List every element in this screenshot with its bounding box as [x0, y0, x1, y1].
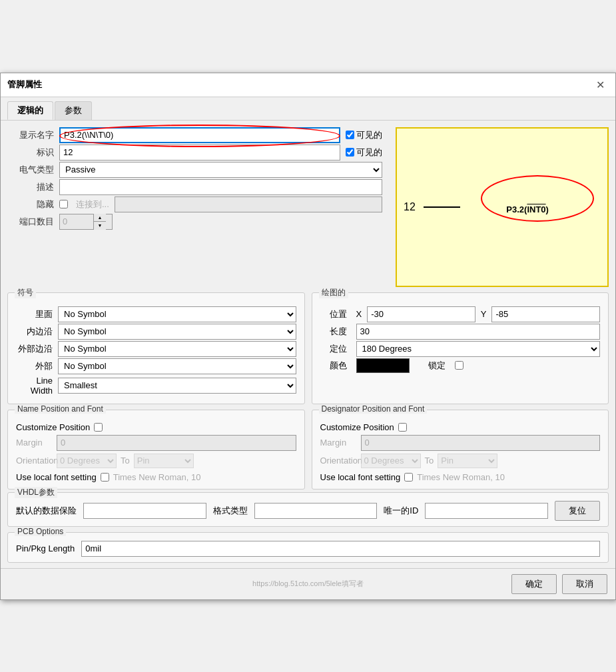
electrical-type-label: 电气类型	[7, 164, 54, 176]
vhdl-uid-label: 唯一的ID	[384, 505, 418, 517]
des-to-label: To	[425, 456, 434, 466]
inside-border-row: 内边沿 No SymbolDot	[16, 324, 296, 340]
x-input[interactable]	[367, 306, 475, 322]
color-swatch[interactable]	[356, 358, 410, 373]
vhdl-default-input[interactable]	[83, 503, 206, 519]
footer: https://blog.51cto.com/5lele填写者 确定 取消	[1, 568, 615, 599]
name-font-value: Times New Roman, 10	[113, 472, 201, 482]
outside-border-select[interactable]: No SymbolDot	[58, 341, 296, 357]
outside-border-row: 外部边沿 No SymbolDot	[16, 341, 296, 357]
dialog-title: 管脚属性	[7, 79, 42, 91]
des-margin-input	[361, 435, 601, 451]
identifier-input[interactable]	[59, 145, 340, 161]
vhdl-format-input[interactable]	[254, 503, 378, 519]
close-button[interactable]: ✕	[592, 77, 609, 93]
cancel-button[interactable]: 取消	[562, 574, 607, 594]
top-section: 显示名字 可见的 标识 可见的	[1, 121, 615, 287]
tab-logical[interactable]: 逻辑的	[7, 101, 53, 120]
lock-checkbox[interactable]	[455, 361, 463, 370]
watermark: https://blog.51cto.com/5lele填写者	[252, 579, 364, 589]
y-input[interactable]	[491, 306, 600, 322]
lock-label: 锁定	[428, 360, 446, 372]
linewidth-select[interactable]: SmallestSmallMediumLarge	[58, 378, 296, 394]
drawing-section: 绘图的 位置 X Y 长度 定位 0 Degrees90 Degrees180 …	[312, 292, 609, 404]
position-label: 位置	[320, 308, 347, 320]
electrical-type-select[interactable]: Passive Input Output	[59, 162, 382, 178]
name-to-label: To	[121, 456, 130, 466]
description-input[interactable]	[59, 179, 382, 195]
port-count-input[interactable]	[60, 215, 93, 228]
hidden-checkbox[interactable]	[59, 200, 68, 208]
vhdl-format-label: 格式类型	[213, 505, 248, 517]
hidden-connected-input[interactable]	[115, 196, 382, 212]
display-name-label: 显示名字	[7, 129, 54, 141]
des-margin-label: Margin	[320, 438, 357, 448]
preview-line	[424, 206, 460, 208]
des-customize-checkbox[interactable]	[398, 423, 407, 432]
des-use-font-checkbox[interactable]	[404, 473, 413, 482]
outside-select[interactable]: No SymbolDot	[58, 358, 296, 374]
dialog: 管脚属性 ✕ 逻辑的 参数 显示名字 可见的 标识	[0, 73, 616, 600]
color-row: 颜色 锁定	[320, 358, 601, 373]
right-preview: 12 P3.2(INT0)	[389, 121, 615, 287]
name-position-title: Name Position and Font	[15, 404, 106, 414]
font-sections: Name Position and Font Customize Positio…	[1, 404, 615, 490]
linewidth-label: Line Width	[16, 376, 53, 396]
title-bar: 管脚属性 ✕	[1, 73, 615, 97]
spinner-down-button[interactable]: ▼	[94, 222, 106, 230]
description-row: 描述	[7, 179, 382, 195]
pcb-section: PCB Options Pin/Pkg Length	[7, 532, 609, 563]
name-margin-input	[57, 435, 296, 451]
vhdl-reset-button[interactable]: 复位	[555, 501, 600, 521]
hidden-row: 隐藏 连接到...	[7, 196, 382, 212]
pcb-pin-pkg-input[interactable]	[81, 541, 600, 557]
inside-row: 里面 No SymbolDotClock	[16, 306, 296, 322]
name-orientation-label: Orientation	[16, 456, 53, 466]
des-orientation-row: Orientation 0 Degrees To Pin	[320, 454, 601, 468]
orientation-select[interactable]: 0 Degrees90 Degrees180 Degrees270 Degree…	[356, 341, 601, 357]
linewidth-row: Line Width SmallestSmallMediumLarge	[16, 376, 296, 396]
spinner-buttons: ▲ ▼	[93, 214, 106, 230]
name-use-font-checkbox[interactable]	[101, 473, 109, 482]
preview-label: P3.2(INT0)	[506, 197, 549, 217]
des-use-font-label: Use local font setting	[320, 472, 401, 482]
name-orientation-row: Orientation 0 Degrees To Pin	[16, 454, 296, 468]
hidden-label: 隐藏	[7, 198, 54, 210]
tab-params[interactable]: 参数	[55, 101, 92, 120]
designator-position-title: Designator Position and Font	[319, 404, 428, 414]
des-use-font-row: Use local font setting Times New Roman, …	[320, 472, 601, 482]
name-use-font-row: Use local font setting Times New Roman, …	[16, 472, 296, 482]
pcb-row: Pin/Pkg Length	[16, 541, 600, 557]
inside-select[interactable]: No SymbolDotClock	[58, 306, 296, 322]
designator-position-section: Designator Position and Font Customize P…	[312, 410, 609, 490]
name-customize-row: Customize Position	[16, 422, 296, 432]
vhdl-uid-input[interactable]	[425, 503, 548, 519]
drawing-section-title: 绘图的	[319, 287, 348, 298]
des-customize-label: Customize Position	[320, 422, 394, 432]
orientation-label: 定位	[320, 343, 347, 355]
display-name-visible-check[interactable]: 可见的	[346, 129, 382, 141]
display-name-input[interactable]	[59, 127, 340, 143]
orientation-row: 定位 0 Degrees90 Degrees180 Degrees270 Deg…	[320, 341, 601, 357]
electrical-type-row: 电气类型 Passive Input Output	[7, 162, 382, 178]
name-customize-checkbox[interactable]	[94, 423, 103, 432]
preview-pin-overline: INT0	[527, 204, 545, 214]
port-count-row: 端口数目 ▲ ▼	[7, 214, 382, 230]
inside-border-select[interactable]: No SymbolDot	[58, 324, 296, 340]
des-orientation-to-select: Pin	[438, 454, 497, 468]
inside-border-label: 内边沿	[16, 326, 53, 338]
preview-number: 12	[404, 201, 416, 213]
identifier-label: 标识	[7, 147, 54, 159]
port-count-label: 端口数目	[7, 216, 54, 228]
preview-pin-suffix: )	[546, 204, 549, 214]
spinner-up-button[interactable]: ▲	[94, 214, 106, 222]
vhdl-row: 默认的数据保险 格式类型 唯一的ID 复位	[16, 501, 600, 521]
pcb-pin-pkg-label: Pin/Pkg Length	[16, 543, 75, 553]
length-input[interactable]	[356, 324, 601, 340]
outside-border-label: 外部边沿	[16, 343, 53, 355]
des-orientation-label: Orientation	[320, 456, 357, 466]
identifier-visible-check[interactable]: 可见的	[346, 147, 382, 159]
middle-sections: 符号 里面 No SymbolDotClock 内边沿 No SymbolDot…	[1, 287, 615, 404]
confirm-button[interactable]: 确定	[511, 574, 557, 594]
des-margin-row: Margin	[320, 435, 601, 451]
